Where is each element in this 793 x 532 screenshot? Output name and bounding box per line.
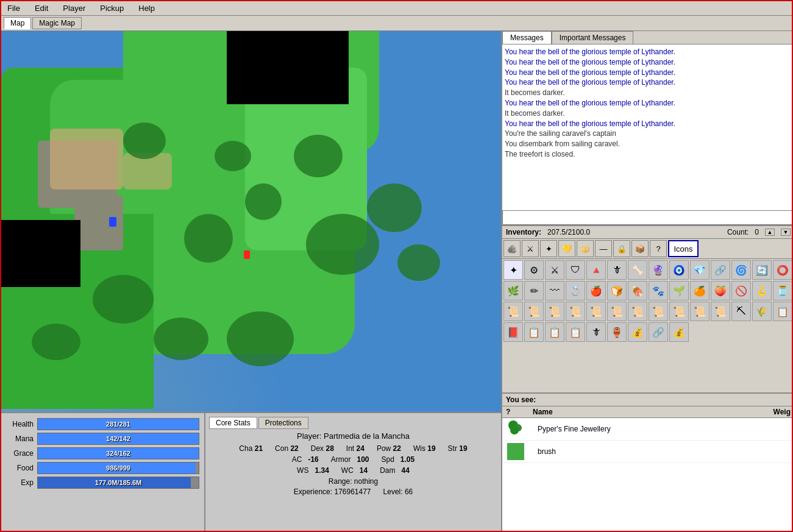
inv-item-6[interactable]: 🦴 xyxy=(628,260,647,280)
inv-tool-lock[interactable]: 🔒 xyxy=(613,240,630,257)
messages-section: Messages Important Messages You hear the… xyxy=(502,31,793,226)
inv-item-15[interactable]: ✏ xyxy=(524,281,544,300)
inv-item-40[interactable]: 🌾 xyxy=(752,302,772,321)
char-tab-core[interactable]: Core Stats xyxy=(209,417,257,429)
inv-item-33[interactable]: 📜 xyxy=(607,302,627,321)
inv-item-5[interactable]: 🗡 xyxy=(607,260,627,280)
inv-tool-icons[interactable]: Icons xyxy=(668,240,699,257)
inv-item-8[interactable]: 🧿 xyxy=(669,260,689,280)
inv-item-13[interactable]: ⭕ xyxy=(773,260,792,280)
inv-item-41[interactable]: 📋 xyxy=(773,302,792,321)
inv-item-1[interactable]: ⚙ xyxy=(524,260,544,280)
inv-tool-sword[interactable]: ⚔ xyxy=(522,240,539,257)
inv-item-38[interactable]: 📜 xyxy=(711,302,730,321)
tab-messages[interactable]: Messages xyxy=(502,31,552,44)
attr-str: Str 19 xyxy=(448,444,468,453)
inv-item-29[interactable]: 📜 xyxy=(524,302,544,321)
inv-item-4[interactable]: 🔺 xyxy=(586,260,606,280)
inv-item-12[interactable]: 🔄 xyxy=(752,260,772,280)
inv-item-21[interactable]: 🐾 xyxy=(649,281,668,300)
inv-item-20[interactable]: 🍖 xyxy=(628,281,647,300)
inv-item-46[interactable]: 🗡 xyxy=(586,322,606,342)
tab-important-messages[interactable]: Important Messages xyxy=(552,31,634,44)
tab-map[interactable]: Map xyxy=(4,17,31,29)
char-tab-protections[interactable]: Protections xyxy=(258,417,308,429)
menu-pickup[interactable]: Pickup xyxy=(96,2,127,14)
inv-item-50[interactable]: 💰 xyxy=(669,322,689,342)
menu-edit[interactable]: Edit xyxy=(31,2,52,14)
right-panel: Messages Important Messages You hear the… xyxy=(501,31,793,532)
msg-10: The treefort is closed. xyxy=(505,149,792,160)
experience-value: Experience: 176961477 xyxy=(294,488,371,496)
message-tabs: Messages Important Messages xyxy=(502,31,793,44)
char-tabs: Core Stats Protections xyxy=(209,417,497,429)
inv-item-23[interactable]: 🍊 xyxy=(690,281,709,300)
inv-item-31[interactable]: 📜 xyxy=(566,302,585,321)
tree-10 xyxy=(32,324,80,360)
inventory-grid[interactable]: ✦ ⚙ ⚔ 🛡 🔺 🗡 🦴 🔮 🧿 💎 🔗 🌀 🔄 ⭕ 🌿 ✏ 〰 💍 xyxy=(502,259,793,392)
msg-4: It becomes darker. xyxy=(505,88,792,98)
inv-item-14[interactable]: 🌿 xyxy=(503,281,523,300)
inv-item-2[interactable]: ⚔ xyxy=(545,260,564,280)
inv-item-9[interactable]: 💎 xyxy=(690,260,709,280)
inv-item-39[interactable]: ⛏ xyxy=(731,302,751,321)
inv-item-32[interactable]: 📜 xyxy=(586,302,606,321)
inv-item-45[interactable]: 📋 xyxy=(566,322,585,342)
inventory-toolbar: 🪨 ⚔ ✦ 💛 🔱 — 🔒 📦 ? Icons xyxy=(502,239,793,259)
inv-item-44[interactable]: 📋 xyxy=(545,322,564,342)
col-question: ? xyxy=(506,408,530,416)
inv-item-35[interactable]: 📜 xyxy=(649,302,668,321)
inv-item-34[interactable]: 📜 xyxy=(628,302,647,321)
attr-pow: Pow 22 xyxy=(377,444,401,453)
inv-item-19[interactable]: 🍞 xyxy=(607,281,627,300)
inv-item-18[interactable]: 🍎 xyxy=(586,281,606,300)
inv-item-7[interactable]: 🔮 xyxy=(649,260,668,280)
inv-item-3[interactable]: 🛡 xyxy=(566,260,585,280)
inv-item-0[interactable]: ✦ xyxy=(503,260,523,280)
message-input[interactable] xyxy=(502,210,793,225)
inv-tool-gold[interactable]: 💛 xyxy=(558,240,575,257)
inv-item-16[interactable]: 〰 xyxy=(545,281,564,300)
attr-cha: Cha 21 xyxy=(239,444,263,453)
inv-tool-box[interactable]: 📦 xyxy=(631,240,649,257)
inv-item-17[interactable]: 💍 xyxy=(566,281,585,300)
inv-item-10[interactable]: 🔗 xyxy=(711,260,730,280)
inv-item-37[interactable]: 📜 xyxy=(690,302,709,321)
mana-value: 142/142 xyxy=(38,433,199,444)
inv-item-30[interactable]: 📜 xyxy=(545,302,564,321)
inv-tool-gem[interactable]: 🪨 xyxy=(503,240,521,257)
game-map[interactable] xyxy=(1,31,501,412)
inv-item-22[interactable]: 🌱 xyxy=(669,281,689,300)
inv-item-43[interactable]: 📋 xyxy=(524,322,544,342)
inv-item-48[interactable]: 💰 xyxy=(628,322,647,342)
count-value: 0 xyxy=(755,228,759,236)
inv-tool-magic[interactable]: ✦ xyxy=(540,240,557,257)
tab-magic-map[interactable]: Magic Map xyxy=(32,17,82,29)
exp-row: Exp 177.0M/185.6M xyxy=(6,477,199,489)
inv-tool-dash[interactable]: — xyxy=(595,240,612,257)
inv-scroll-down[interactable]: ▼ xyxy=(781,229,791,236)
menu-file[interactable]: File xyxy=(4,2,24,14)
see-item-1[interactable]: brush xyxy=(502,441,793,463)
see-name-0: Pyper's Fine Jewellery xyxy=(538,425,788,433)
inv-item-26[interactable]: 🪝 xyxy=(752,281,772,300)
inv-scroll-up[interactable]: ▲ xyxy=(765,229,775,236)
inv-item-25[interactable]: 🚫 xyxy=(731,281,751,300)
health-row: Health 281/281 xyxy=(6,418,199,430)
inv-item-47[interactable]: 🏺 xyxy=(607,322,627,342)
inv-item-11[interactable]: 🌀 xyxy=(731,260,751,280)
inv-tool-question[interactable]: ? xyxy=(650,240,667,257)
inventory-label: Inventory: xyxy=(506,228,541,236)
inv-item-28[interactable]: 📜 xyxy=(503,302,523,321)
messages-content[interactable]: You hear the bell of the glorious temple… xyxy=(502,44,793,210)
col-weight: Weig xyxy=(773,408,791,416)
inv-item-24[interactable]: 🍑 xyxy=(711,281,730,300)
menu-player[interactable]: Player xyxy=(59,2,89,14)
inv-item-42[interactable]: 📕 xyxy=(503,322,523,342)
inv-item-49[interactable]: 🔗 xyxy=(649,322,668,342)
menu-help[interactable]: Help xyxy=(135,2,158,14)
see-item-0[interactable]: Pyper's Fine Jewellery xyxy=(502,418,793,441)
inv-tool-trident[interactable]: 🔱 xyxy=(577,240,594,257)
inv-item-36[interactable]: 📜 xyxy=(669,302,689,321)
inv-item-27[interactable]: 🫙 xyxy=(773,281,792,300)
